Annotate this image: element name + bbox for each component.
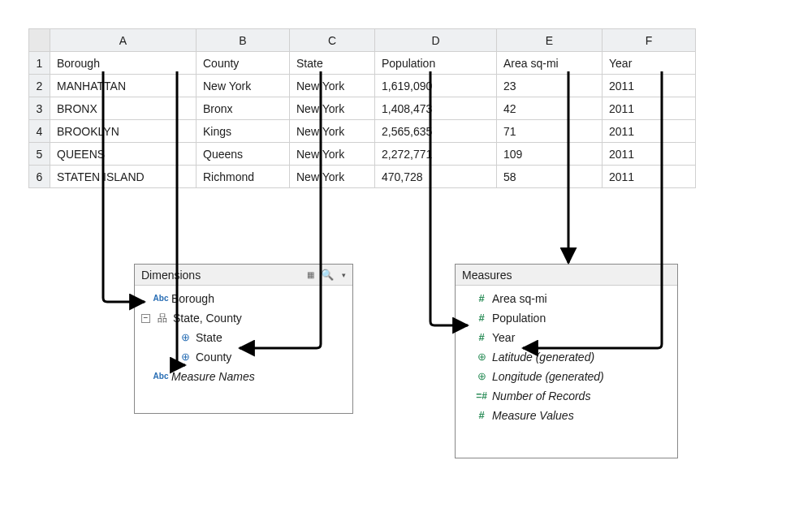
cell[interactable]: New York — [290, 166, 375, 188]
search-icon[interactable]: 🔍 — [321, 269, 334, 281]
cell[interactable]: New York — [290, 75, 375, 97]
measure-latitude[interactable]: ⊕ Latitude (generated) — [460, 347, 672, 367]
dimensions-panel: Dimensions ▦ 🔍 ▾ Abc Borough − 品 State, … — [134, 264, 353, 414]
col-letter-F[interactable]: F — [603, 29, 696, 52]
hierarchy-icon: 品 — [156, 310, 169, 326]
cell[interactable]: Queens — [197, 143, 290, 166]
measure-area[interactable]: # Area sq-mi — [460, 289, 672, 308]
abc-icon: Abc — [154, 368, 167, 385]
item-label: State — [196, 329, 222, 346]
cell[interactable]: 2011 — [603, 120, 696, 143]
cell[interactable]: Bronx — [197, 97, 290, 120]
row-num-5[interactable]: 5 — [29, 143, 50, 166]
cell[interactable]: MANHATTAN — [50, 75, 197, 97]
table-row: 4 BROOKLYN Kings New York 2,565,635 71 2… — [29, 120, 696, 143]
item-label: Area sq-mi — [492, 290, 547, 307]
item-label: Measure Values — [492, 407, 574, 424]
cell[interactable]: 2011 — [603, 75, 696, 97]
row-num-3[interactable]: 3 — [29, 97, 50, 120]
cell[interactable]: 23 — [497, 75, 603, 97]
cell[interactable]: 2,565,635 — [375, 120, 497, 143]
cell[interactable]: New York — [290, 97, 375, 120]
measure-number-of-records[interactable]: =# Number of Records — [460, 386, 672, 406]
spreadsheet: A B C D E F 1 Borough County State Popul… — [28, 28, 696, 188]
cell[interactable]: 2011 — [603, 166, 696, 188]
dimension-state[interactable]: ⊕ State — [140, 328, 348, 347]
item-label: County — [196, 349, 231, 365]
measures-title: Measures — [462, 269, 512, 282]
row-num-1[interactable]: 1 — [29, 52, 50, 75]
calc-hash-icon: =# — [475, 388, 488, 404]
column-letter-row: A B C D E F — [29, 29, 696, 52]
cell[interactable]: New York — [290, 143, 375, 166]
cell[interactable]: BRONX — [50, 97, 197, 120]
cell[interactable]: Kings — [197, 120, 290, 143]
measure-values[interactable]: # Measure Values — [460, 406, 672, 425]
cell[interactable]: 470,728 — [375, 166, 497, 188]
collapse-icon[interactable]: − — [141, 314, 150, 323]
hash-icon: # — [475, 310, 488, 326]
table-row: 3 BRONX Bronx New York 1,408,473 42 2011 — [29, 97, 696, 120]
item-label: State, County — [173, 310, 242, 326]
header-state[interactable]: State — [290, 52, 375, 75]
col-letter-D[interactable]: D — [375, 29, 497, 52]
hash-icon: # — [475, 407, 488, 424]
globe-icon: ⊕ — [475, 368, 488, 385]
cell[interactable]: BROOKLYN — [50, 120, 197, 143]
header-borough[interactable]: Borough — [50, 52, 197, 75]
corner-cell — [29, 29, 50, 52]
dropdown-icon[interactable]: ▾ — [342, 271, 346, 279]
hash-icon: # — [475, 290, 488, 307]
dimension-state-county-group[interactable]: − 品 State, County — [140, 308, 348, 328]
dimensions-title: Dimensions — [141, 269, 201, 282]
globe-icon: ⊕ — [179, 329, 192, 346]
cell[interactable]: STATEN ISLAND — [50, 166, 197, 188]
row-num-6[interactable]: 6 — [29, 166, 50, 188]
item-label: Latitude (generated) — [492, 349, 594, 365]
col-letter-E[interactable]: E — [497, 29, 603, 52]
cell[interactable]: QUEENS — [50, 143, 197, 166]
item-label: Number of Records — [492, 388, 590, 404]
cell[interactable]: New York — [197, 75, 290, 97]
view-as-list-icon[interactable]: ▦ — [307, 270, 313, 279]
cell[interactable]: 1,619,090 — [375, 75, 497, 97]
item-label: Measure Names — [171, 368, 255, 385]
dimension-borough[interactable]: Abc Borough — [140, 289, 348, 308]
hash-icon: # — [475, 329, 488, 346]
header-area[interactable]: Area sq-mi — [497, 52, 603, 75]
cell[interactable]: 71 — [497, 120, 603, 143]
measure-longitude[interactable]: ⊕ Longitude (generated) — [460, 367, 672, 386]
cell[interactable]: 2011 — [603, 97, 696, 120]
header-population[interactable]: Population — [375, 52, 497, 75]
cell[interactable]: 58 — [497, 166, 603, 188]
cell[interactable]: 2011 — [603, 143, 696, 166]
item-label: Borough — [171, 290, 214, 307]
globe-icon: ⊕ — [179, 349, 192, 365]
cell[interactable]: 1,408,473 — [375, 97, 497, 120]
header-year[interactable]: Year — [603, 52, 696, 75]
col-letter-C[interactable]: C — [290, 29, 375, 52]
cell[interactable]: 2,272,771 — [375, 143, 497, 166]
col-letter-B[interactable]: B — [197, 29, 290, 52]
col-letter-A[interactable]: A — [50, 29, 197, 52]
header-county[interactable]: County — [197, 52, 290, 75]
row-num-4[interactable]: 4 — [29, 120, 50, 143]
cell[interactable]: Richmond — [197, 166, 290, 188]
item-label: Longitude (generated) — [492, 368, 604, 385]
measures-panel: Measures # Area sq-mi # Population # Yea… — [455, 264, 678, 458]
dimension-measure-names[interactable]: Abc Measure Names — [140, 367, 348, 386]
table-row: 5 QUEENS Queens New York 2,272,771 109 2… — [29, 143, 696, 166]
item-label: Population — [492, 310, 546, 326]
row-num-2[interactable]: 2 — [29, 75, 50, 97]
dimension-county[interactable]: ⊕ County — [140, 347, 348, 367]
table-row: 6 STATEN ISLAND Richmond New York 470,72… — [29, 166, 696, 188]
measure-population[interactable]: # Population — [460, 308, 672, 328]
table-row: 2 MANHATTAN New York New York 1,619,090 … — [29, 75, 696, 97]
cell[interactable]: 42 — [497, 97, 603, 120]
cell[interactable]: New York — [290, 120, 375, 143]
dimensions-header: Dimensions ▦ 🔍 ▾ — [135, 265, 352, 286]
measure-year[interactable]: # Year — [460, 328, 672, 347]
cell[interactable]: 109 — [497, 143, 603, 166]
abc-icon: Abc — [154, 290, 167, 307]
item-label: Year — [492, 329, 515, 346]
